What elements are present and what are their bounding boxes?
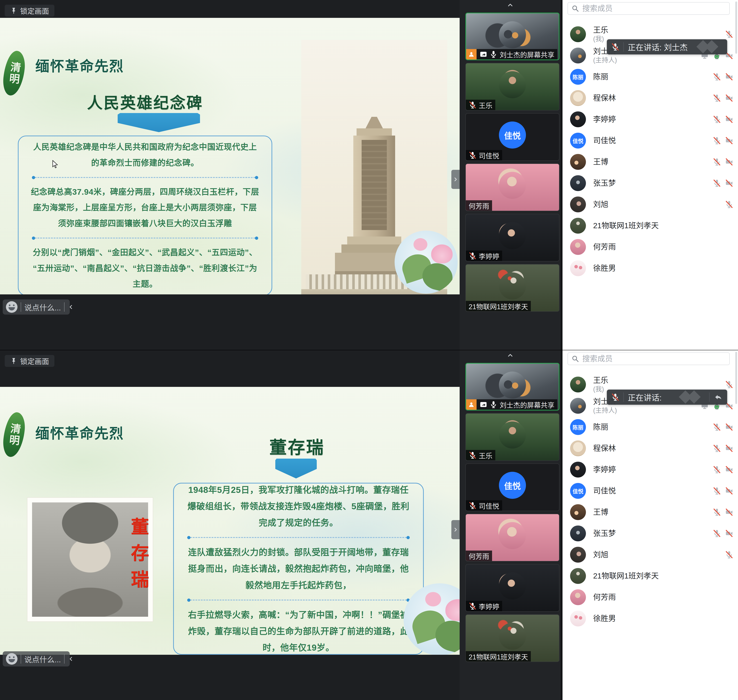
title-arrow — [117, 113, 200, 132]
portrait-inscription: 董存瑞 — [129, 517, 147, 596]
chat-input-pill[interactable]: 说点什么... — [3, 299, 70, 315]
divider — [624, 42, 624, 51]
video-tile-name: 司佳悦 — [479, 150, 499, 160]
video-tile[interactable]: 21物联网1班刘孝天 — [465, 264, 559, 312]
mic-muted-icon — [713, 423, 721, 431]
chat-input-pill[interactable]: 说点什么... — [3, 651, 70, 666]
panel-scrollbar[interactable] — [735, 1, 737, 54]
expand-strip-handle[interactable] — [451, 170, 460, 189]
lock-screen-button[interactable]: 锁定画面 — [5, 5, 54, 16]
participant-row[interactable]: 佳悦司佳悦 — [562, 480, 738, 501]
emoji-icon[interactable] — [6, 653, 18, 665]
mic-muted-icon — [713, 444, 721, 453]
slide-paragraph: 分别以“虎门销烟”、“金田起义”、“武昌起义”、“五四运动”、“五卅运动”、“南… — [30, 245, 260, 292]
camera-muted-icon — [725, 179, 733, 187]
video-tile[interactable]: 李婷婷 — [465, 214, 559, 262]
video-tile-labelbar: 王乐 — [466, 100, 495, 110]
video-tile[interactable]: 佳悦司佳悦 — [465, 463, 559, 511]
participant-row[interactable]: 陈丽陈丽 — [562, 66, 738, 87]
video-tile[interactable]: 王乐 — [465, 63, 559, 110]
participant-row[interactable]: 李婷婷 — [562, 459, 738, 480]
search-input[interactable] — [582, 354, 726, 363]
screen-share-view: 锁定画面 清明 缅怀革命先烈 人民英雄纪念碑 人民英雄纪念碑是中华人民共和国政府… — [0, 0, 460, 350]
emoji-icon[interactable] — [6, 301, 18, 313]
video-tile[interactable]: 王乐 — [465, 413, 559, 461]
search-icon — [572, 355, 579, 363]
participant-row[interactable]: 21物联网1班刘孝天 — [562, 215, 738, 236]
participant-row[interactable]: 王博 — [562, 151, 738, 172]
search-input[interactable] — [582, 4, 726, 13]
participant-name: 王乐 — [593, 376, 608, 385]
participant-row[interactable]: 王博 — [562, 501, 738, 523]
video-tile-labelbar: 李婷婷 — [466, 251, 502, 261]
participant-name: 王博 — [593, 157, 608, 166]
lock-screen-label: 锁定画面 — [20, 5, 49, 16]
participant-row[interactable]: 张玉梦 — [562, 523, 738, 544]
video-tile[interactable]: 李婷婷 — [465, 564, 559, 612]
lock-screen-button[interactable]: 锁定画面 — [5, 355, 54, 367]
participant-status-icons — [713, 94, 733, 102]
participant-info: 李婷婷 — [593, 115, 616, 124]
video-tile-label: 王乐 — [466, 450, 495, 460]
camera-muted-icon — [725, 487, 733, 495]
video-tile-label: 司佳悦 — [466, 150, 502, 160]
video-tile-label: 刘士杰的屏幕共享 — [477, 399, 557, 410]
search-member-box[interactable] — [568, 2, 730, 15]
participant-row[interactable]: 刘旭 — [562, 194, 738, 215]
participant-row[interactable]: 陈丽陈丽 — [562, 416, 738, 438]
avatar — [570, 504, 586, 520]
camera-muted-icon — [725, 444, 733, 453]
mic-muted-icon — [713, 73, 721, 81]
video-tile[interactable]: 刘士杰的屏幕共享 — [465, 363, 559, 410]
collapse-strip-button[interactable] — [497, 1, 523, 9]
video-tile[interactable]: 刘士杰的屏幕共享 — [465, 13, 559, 60]
video-tile[interactable]: 佳悦司佳悦 — [465, 113, 559, 161]
watermark-logo — [678, 391, 705, 403]
participant-info: 何芳雨 — [593, 593, 616, 602]
slide-title: 董存瑞 — [269, 433, 324, 459]
chevron-left-icon[interactable] — [68, 304, 74, 310]
avatar — [570, 154, 586, 170]
participant-info: 王博 — [593, 157, 608, 166]
slide-paragraph: 右手拉燃导火索，高喊：“为了新中国，冲啊！！”碉堡被炸毁，董存瑞以自己的生命为部… — [185, 607, 412, 655]
participant-name: 程保林 — [593, 444, 616, 453]
participant-row[interactable]: 何芳雨 — [562, 587, 738, 608]
expand-strip-handle[interactable] — [451, 520, 460, 539]
panel-scrollbar[interactable] — [735, 352, 737, 404]
qingming-leaf-logo: 清明 — [1, 411, 26, 458]
chevron-left-icon[interactable] — [68, 656, 74, 662]
video-tile[interactable]: 何芳雨 — [465, 163, 559, 211]
participant-list: 王乐(我)刘士杰(主持人)陈丽陈丽程保林李婷婷佳悦司佳悦王博张玉梦刘旭21物联网… — [562, 374, 738, 629]
participant-row[interactable]: 李婷婷 — [562, 109, 738, 130]
participant-row[interactable]: 佳悦司佳悦 — [562, 130, 738, 151]
participant-video-avatar — [499, 71, 526, 98]
title-arrow — [275, 459, 317, 478]
participant-row[interactable]: 何芳雨 — [562, 236, 738, 257]
chevron-down-icon[interactable] — [509, 303, 516, 310]
video-tile[interactable]: 何芳雨 — [465, 514, 559, 561]
video-tile-label: 李婷婷 — [466, 251, 502, 261]
participant-row[interactable]: 张玉梦 — [562, 172, 738, 194]
collapse-strip-button[interactable] — [497, 351, 523, 359]
search-member-box[interactable] — [568, 353, 730, 365]
participant-status-icons — [713, 115, 733, 124]
participant-row[interactable]: 程保林 — [562, 87, 738, 109]
avatar — [570, 568, 586, 584]
chevron-down-icon[interactable] — [509, 653, 516, 661]
slide-info-box: 人民英雄纪念碑是中华人民共和国政府为纪念中国近现代史上的革命烈士而修建的纪念碑。… — [18, 135, 272, 294]
participant-video-avatar: 佳悦 — [499, 122, 526, 149]
video-tile-label: 王乐 — [466, 100, 495, 110]
participant-video-avatar — [499, 422, 526, 449]
participant-info: 王乐(我) — [593, 376, 608, 393]
participant-row[interactable]: 刘旭 — [562, 544, 738, 565]
mic-on-icon — [490, 401, 497, 409]
participant-row[interactable]: 徐胜男 — [562, 257, 738, 279]
reply-arrow-icon[interactable] — [713, 393, 723, 402]
video-tile[interactable]: 21物联网1班刘孝天 — [465, 615, 559, 662]
participant-row[interactable]: 21物联网1班刘孝天 — [562, 565, 738, 587]
participant-info: 陈丽 — [593, 422, 608, 432]
participant-row[interactable]: 徐胜男 — [562, 608, 738, 629]
avatar — [570, 398, 586, 414]
participant-row[interactable]: 程保林 — [562, 438, 738, 459]
participant-video-avatar — [499, 522, 526, 549]
